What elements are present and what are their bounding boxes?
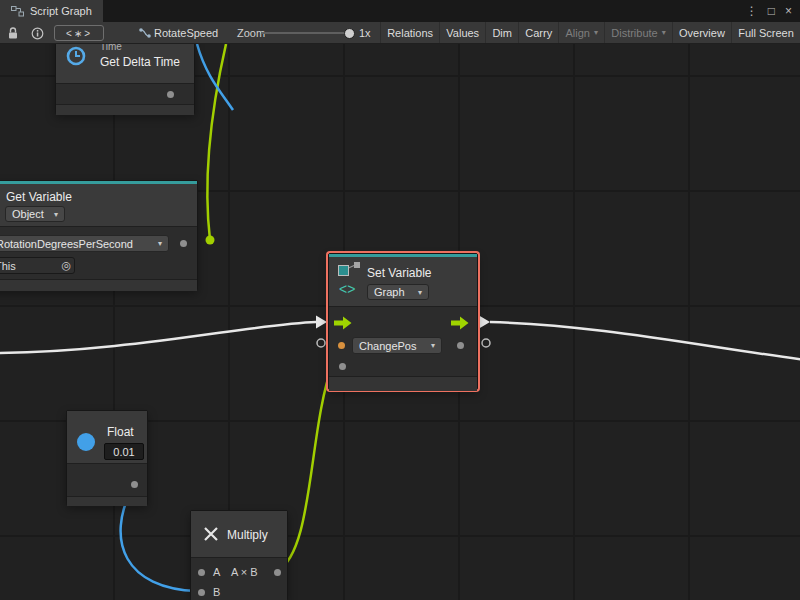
tab-bar: Script Graph ⋮ □ ×: [0, 0, 800, 22]
port-label-result: A × B: [231, 566, 258, 578]
tab-title: Script Graph: [30, 5, 92, 17]
variable-name-dropdown[interactable]: RotationDegreesPerSecond ▾: [0, 235, 169, 252]
script-graph-icon: [11, 6, 24, 17]
value-input-port[interactable]: [338, 342, 345, 349]
variable-scope-value: Graph: [374, 286, 405, 298]
variable-scope-dropdown[interactable]: Object ▾: [5, 206, 65, 222]
chevron-down-icon: ▾: [158, 239, 162, 248]
multiply-output-port[interactable]: [274, 569, 281, 576]
zoom-slider-track[interactable]: [261, 32, 351, 34]
distribute-dropdown-button[interactable]: Distribute ▾: [604, 22, 672, 43]
node-float-literal[interactable]: Float 0.01: [66, 410, 148, 505]
chevron-down-icon: ▾: [54, 210, 58, 219]
delta-time-output-port[interactable]: [167, 91, 174, 98]
carry-button[interactable]: Carry: [518, 22, 558, 43]
align-dropdown-button[interactable]: Align ▾: [558, 22, 604, 43]
wire-get-variable-output[interactable]: [207, 44, 226, 240]
chevron-down-icon: ▾: [418, 288, 422, 297]
chevron-down-icon: ▾: [662, 28, 666, 37]
close-icon[interactable]: ×: [785, 4, 792, 18]
full-screen-button[interactable]: Full Screen: [731, 22, 800, 43]
script-graph-window: Time Get Delta Time Get Variable Object …: [0, 0, 800, 600]
value-output-port[interactable]: [457, 342, 464, 349]
float-value-field[interactable]: 0.01: [104, 443, 144, 460]
window-controls: ⋮ □ ×: [746, 0, 800, 22]
chevron-down-icon: ▾: [431, 341, 435, 350]
info-icon[interactable]: [31, 27, 44, 40]
overview-button[interactable]: Overview: [672, 22, 731, 43]
lock-icon[interactable]: [7, 26, 19, 40]
node-title: Float: [107, 425, 134, 439]
values-button[interactable]: Values: [439, 22, 485, 43]
port-label-a: A: [213, 566, 220, 578]
graph-asset-icon: [138, 27, 152, 39]
value-port-ring-left[interactable]: [317, 339, 325, 347]
zoom-value: 1x: [359, 22, 371, 44]
tab-script-graph[interactable]: Script Graph: [0, 0, 103, 22]
variable-scope-dropdown[interactable]: Graph ▾: [367, 284, 429, 300]
node-body: [191, 557, 287, 600]
node-title: Multiply: [227, 528, 268, 542]
multiply-input-b-port[interactable]: [198, 589, 205, 596]
object-reference-field[interactable]: This ◎: [0, 257, 75, 274]
variable-scope-value: Object: [12, 208, 44, 220]
window-menu-icon[interactable]: ⋮: [746, 4, 758, 18]
fallback-input-port[interactable]: [339, 363, 346, 370]
flow-out-arrow-icon[interactable]: [451, 316, 469, 330]
zoom-slider-handle[interactable]: [344, 28, 355, 39]
wire-arrowhead-in: [316, 316, 327, 329]
svg-text:<>: <>: [339, 281, 355, 297]
variable-name-dropdown[interactable]: ChangePos ▾: [352, 337, 442, 354]
code-view-toggle[interactable]: <∗>: [54, 25, 104, 41]
float-output-port[interactable]: [131, 481, 138, 488]
maximize-icon[interactable]: □: [768, 4, 775, 18]
set-variable-icon: <>: [337, 261, 363, 299]
variable-name-value: RotationDegreesPerSecond: [0, 238, 133, 250]
relations-button[interactable]: Relations: [380, 22, 439, 43]
get-variable-output-port[interactable]: [206, 236, 215, 245]
port-label-b: B: [213, 586, 220, 598]
node-footer: [0, 279, 197, 291]
node-footer: [329, 376, 477, 391]
multiply-input-a-port[interactable]: [198, 569, 205, 576]
wire-arrowhead-out: [479, 316, 490, 329]
flow-in-arrow-icon[interactable]: [334, 316, 352, 330]
node-title: Get Delta Time: [100, 55, 180, 69]
value-port-ring-right[interactable]: [482, 339, 490, 347]
node-body: [67, 463, 147, 496]
graph-name-label[interactable]: RotateSpeed: [154, 22, 218, 44]
object-reference-value: This: [0, 260, 16, 272]
node-footer: [56, 104, 194, 115]
chevron-down-icon: ▾: [594, 28, 598, 37]
node-title: Get Variable: [6, 190, 72, 204]
toolbar-buttons: Relations Values Dim Carry Align ▾ Distr…: [380, 22, 800, 43]
multiply-icon: [203, 526, 219, 542]
dim-button[interactable]: Dim: [485, 22, 518, 43]
node-get-variable[interactable]: Get Variable Object ▾ RotationDegreesPer…: [0, 180, 198, 290]
variable-name-value: ChangePos: [359, 340, 417, 352]
node-multiply[interactable]: Multiply A A × B B: [190, 510, 288, 600]
node-footer: [67, 496, 147, 506]
wire-flow-out[interactable]: [490, 322, 800, 360]
graph-toolbar: <∗> RotateSpeed Zoom 1x Relations Values…: [0, 22, 800, 44]
wire-flow-in[interactable]: [0, 322, 316, 353]
node-title: Set Variable: [367, 266, 431, 280]
node-set-variable[interactable]: <> Set Variable Graph ▾ ChangePos ▾: [328, 253, 478, 390]
variable-name-port[interactable]: [180, 240, 187, 247]
object-picker-icon[interactable]: ◎: [61, 259, 71, 272]
float-type-icon: [77, 433, 95, 451]
clock-icon: [66, 46, 86, 66]
